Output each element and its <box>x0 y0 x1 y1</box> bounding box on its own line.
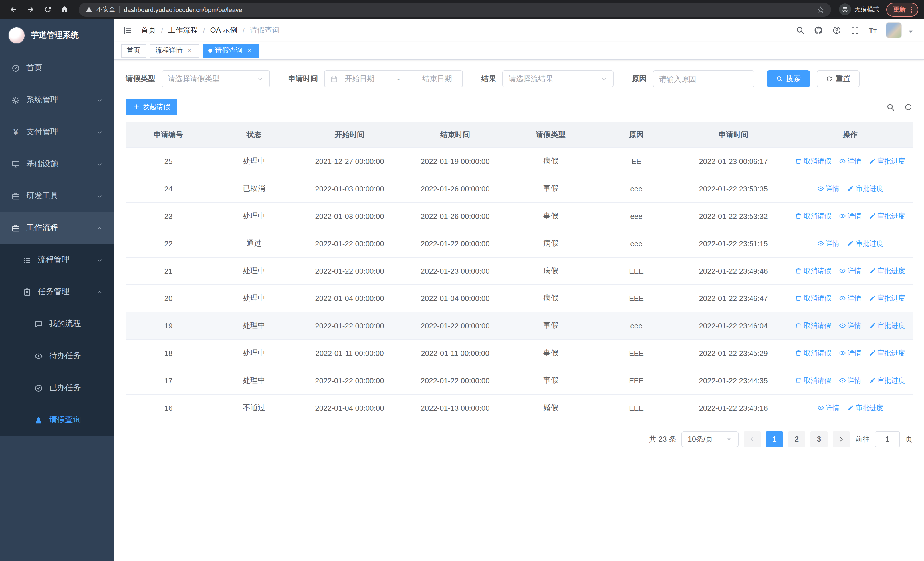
detail-link[interactable]: 详情 <box>839 348 861 358</box>
approval-progress-link[interactable]: 审批进度 <box>847 239 883 248</box>
hide-search-icon[interactable] <box>886 102 895 111</box>
search-icon[interactable] <box>796 26 805 35</box>
cell-start-time: 2022-01-22 00:00:00 <box>297 312 402 339</box>
detail-link[interactable]: 详情 <box>817 239 839 248</box>
cell-reason: eee <box>594 230 679 257</box>
github-icon[interactable] <box>814 26 823 35</box>
page-size-select[interactable]: 10条/页 <box>681 431 738 447</box>
sidebar-item-done-tasks[interactable]: 已办任务 <box>0 372 114 404</box>
cancel-leave-link[interactable]: 取消请假 <box>795 211 831 221</box>
forward-button[interactable] <box>23 2 38 17</box>
filter-leave-type: 请假类型 请选择请假类型 <box>126 70 270 87</box>
page-button-3[interactable]: 3 <box>810 431 828 447</box>
caret-down-icon[interactable] <box>906 27 915 36</box>
approval-progress-link[interactable]: 审批进度 <box>869 376 905 385</box>
page-button-2[interactable]: 2 <box>788 431 805 447</box>
update-browser-button[interactable]: 更新 <box>886 3 918 16</box>
approval-progress-link[interactable]: 审批进度 <box>869 266 905 276</box>
leave-type-select[interactable]: 请选择请假类型 <box>162 70 270 87</box>
page-button-1[interactable]: 1 <box>766 431 783 447</box>
approval-progress-link[interactable]: 审批进度 <box>869 293 905 303</box>
trash-icon <box>795 295 802 302</box>
cell-leave-type: 事假 <box>508 367 594 394</box>
result-label: 结果 <box>481 74 496 84</box>
sidebar-item-infrastructure[interactable]: 基础设施 <box>0 148 114 180</box>
cancel-leave-link[interactable]: 取消请假 <box>795 376 831 385</box>
address-bar[interactable]: 不安全 dashboard.yudao.iocoder.cn/bpm/oa/le… <box>79 3 831 16</box>
sidebar-item-process-management[interactable]: 流程管理 <box>0 244 114 276</box>
bookmark-star-icon[interactable] <box>817 6 824 13</box>
close-icon[interactable]: × <box>186 47 194 54</box>
tags-view: 首页 流程详情 × 请假查询 × <box>114 42 924 60</box>
detail-link[interactable]: 详情 <box>839 266 861 276</box>
screen: 不安全 dashboard.yudao.iocoder.cn/bpm/oa/le… <box>0 0 924 561</box>
fullscreen-icon[interactable] <box>850 26 860 35</box>
create-leave-button[interactable]: 发起请假 <box>126 99 177 115</box>
cell-apply-time: 2022-01-22 23:53:35 <box>679 175 788 202</box>
security-label: 不安全 <box>96 5 115 14</box>
approval-progress-link[interactable]: 审批进度 <box>847 183 883 193</box>
goto-suffix: 页 <box>905 434 913 444</box>
sidebar-item-pending-tasks[interactable]: 待办任务 <box>0 340 114 372</box>
table-row: 17 处理中 2022-01-22 00:00:00 2022-01-22 00… <box>126 367 913 394</box>
next-page-button[interactable] <box>832 431 850 447</box>
tag-process-detail[interactable]: 流程详情 × <box>150 44 199 57</box>
detail-link[interactable]: 详情 <box>839 293 861 303</box>
pen-icon <box>847 240 854 247</box>
home-button[interactable] <box>57 2 72 17</box>
prev-page-button[interactable] <box>744 431 761 447</box>
tag-leave-query[interactable]: 请假查询 × <box>202 44 259 57</box>
tag-home[interactable]: 首页 <box>121 44 146 57</box>
sidebar-item-home[interactable]: 首页 <box>0 52 114 84</box>
cell-apply-no: 23 <box>126 202 211 230</box>
detail-link[interactable]: 详情 <box>839 156 861 166</box>
sidebar-item-workflow[interactable]: 工作流程 <box>0 212 114 244</box>
date-range-picker[interactable]: 开始日期 - 结束日期 <box>324 70 463 87</box>
sidebar-item-task-management[interactable]: 任务管理 <box>0 276 114 308</box>
goto-page-input[interactable] <box>875 431 900 447</box>
help-icon[interactable] <box>832 26 841 35</box>
back-button[interactable] <box>6 2 21 17</box>
cancel-leave-link[interactable]: 取消请假 <box>795 266 831 276</box>
sidebar-item-my-processes[interactable]: 我的流程 <box>0 308 114 340</box>
breadcrumb-home[interactable]: 首页 <box>141 25 156 35</box>
cell-status: 通过 <box>211 230 297 257</box>
cancel-leave-link[interactable]: 取消请假 <box>795 293 831 303</box>
cell-end-time: 2022-01-22 00:00:00 <box>402 312 508 339</box>
cancel-leave-link[interactable]: 取消请假 <box>795 321 831 331</box>
sidebar-item-leave-query[interactable]: 请假查询 <box>0 404 114 436</box>
detail-link[interactable]: 详情 <box>839 211 861 221</box>
avatar[interactable] <box>886 22 902 38</box>
sidebar-item-dev-tools[interactable]: 研发工具 <box>0 180 114 212</box>
sidebar-item-payment-management[interactable]: ¥ 支付管理 <box>0 116 114 148</box>
breadcrumb-workflow[interactable]: 工作流程 <box>168 25 198 35</box>
result-select[interactable]: 请选择流结果 <box>502 70 614 87</box>
close-icon[interactable]: × <box>245 47 254 54</box>
cancel-leave-link[interactable]: 取消请假 <box>795 348 831 358</box>
reset-button[interactable]: 重置 <box>817 70 860 87</box>
cell-status: 处理中 <box>211 147 297 175</box>
cell-end-time: 2022-01-04 00:00:00 <box>402 284 508 312</box>
sidebar-item-system-management[interactable]: 系统管理 <box>0 84 114 116</box>
detail-link[interactable]: 详情 <box>839 321 861 331</box>
approval-progress-link[interactable]: 审批进度 <box>869 211 905 221</box>
breadcrumb-separator: / <box>203 26 205 35</box>
detail-link[interactable]: 详情 <box>817 183 839 193</box>
reason-input[interactable] <box>659 75 748 83</box>
approval-progress-link[interactable]: 审批进度 <box>869 321 905 331</box>
approval-progress-link[interactable]: 审批进度 <box>869 156 905 166</box>
detail-link[interactable]: 详情 <box>817 403 839 413</box>
approval-progress-link[interactable]: 审批进度 <box>847 403 883 413</box>
approval-progress-link[interactable]: 审批进度 <box>869 348 905 358</box>
eye-icon <box>839 350 846 356</box>
search-button[interactable]: 搜索 <box>767 70 810 87</box>
sidebar-toggle-icon[interactable] <box>123 26 132 35</box>
font-size-icon[interactable]: TT <box>868 26 877 34</box>
browser-menu-icon[interactable] <box>908 5 915 14</box>
detail-link[interactable]: 详情 <box>839 376 861 385</box>
breadcrumb-oa-example[interactable]: OA 示例 <box>210 25 237 35</box>
clipboard-icon <box>23 288 32 296</box>
cancel-leave-link[interactable]: 取消请假 <box>795 156 831 166</box>
refresh-table-icon[interactable] <box>904 102 913 111</box>
reload-button[interactable] <box>40 2 55 17</box>
